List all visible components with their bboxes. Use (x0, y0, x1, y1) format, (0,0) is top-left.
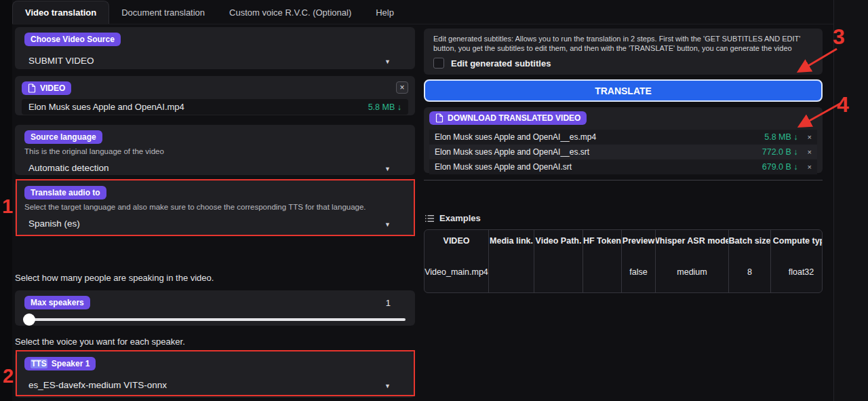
source-language-value: Automatic detection (28, 163, 109, 173)
annotation-number-3: 3 (833, 24, 845, 50)
chevron-down-icon (384, 54, 391, 66)
tab-custom-voice-rvc[interactable]: Custom voice R.V.C. (Optional) (217, 1, 363, 24)
target-language-value: Spanish (es) (28, 218, 80, 229)
max-speakers-slider[interactable] (24, 318, 406, 321)
right-page-gutter (833, 0, 868, 401)
tts-speaker-panel: TTS Speaker 1 es_ES-davefx-medium VITS-o… (15, 351, 415, 398)
download-file-size: 679.0 B (762, 162, 791, 172)
chevron-down-icon (384, 161, 391, 174)
voice-heading: Select the voice you want for each speak… (15, 337, 185, 347)
chevron-down-icon (384, 217, 391, 229)
download-file-name: Elon Musk sues Apple and OpenAI__es.srt (435, 147, 762, 157)
column-header: Batch size (729, 230, 771, 252)
column-header: Compute type (771, 230, 823, 252)
download-file-link[interactable]: 772.0 B (762, 147, 798, 157)
video-file-row: Elon Musk sues Apple and OpenAI.mp4 5.8 … (22, 99, 408, 115)
examples-table-header: VIDEO Media link. Video Path. HF Token P… (425, 230, 823, 252)
download-file-link[interactable]: 679.0 B (762, 162, 798, 172)
video-source-value: SUBMIT VIDEO (28, 56, 94, 66)
example-row[interactable]: Video_main.mp4 false medium 8 float32 (425, 252, 823, 292)
edit-subtitles-info-panel: Edit generated subtitles: Allows you to … (424, 28, 823, 75)
remove-file-icon[interactable] (808, 163, 812, 171)
section-divider (424, 180, 823, 180)
tab-help[interactable]: Help (363, 1, 406, 24)
table-cell: false (622, 252, 656, 292)
tts-speaker-badge: TTS Speaker 1 (24, 357, 96, 370)
column-header: Media link. (489, 230, 534, 252)
column-header: Preview (622, 230, 656, 252)
source-language-badge: Source language (24, 130, 102, 144)
column-header: Video Path. (534, 230, 583, 252)
table-cell: float32 (771, 252, 823, 292)
column-header: HF Token (583, 230, 622, 252)
target-language-dropdown[interactable]: Spanish (es) (24, 217, 406, 229)
download-file-size: 5.8 MB (764, 132, 791, 142)
table-cell: 8 (729, 252, 771, 292)
tts-voice-value: es_ES-davefx-medium VITS-onnx (28, 380, 167, 390)
download-file-size: 772.0 B (762, 147, 791, 157)
download-translated-video-badge: DOWNLOAD TRANSLATED VIDEO (429, 111, 587, 125)
speakers-heading: Select how many people are speaking in t… (15, 273, 214, 283)
translate-audio-to-panel: Translate audio to Select the target lan… (15, 180, 415, 235)
tab-document-translation[interactable]: Document translation (109, 1, 217, 24)
table-cell: medium (656, 252, 729, 292)
table-cell (534, 252, 583, 292)
table-cell: Video_main.mp4 (425, 252, 489, 292)
source-language-dropdown[interactable]: Automatic detection (24, 161, 406, 174)
source-language-panel: Source language This is the original lan… (15, 125, 415, 175)
download-file-name: Elon Musk sues Apple and OpenAI__es.mp4 (435, 132, 764, 142)
slider-handle[interactable] (23, 313, 35, 326)
source-language-caption: This is the original language of the vid… (24, 147, 406, 155)
examples-label: Examples (425, 213, 481, 223)
video-file-panel: VIDEO Elon Musk sues Apple and OpenAI.mp… (15, 76, 415, 115)
video-source-dropdown[interactable]: SUBMIT VIDEO (24, 54, 406, 66)
column-header: VIDEO (425, 230, 489, 252)
max-speakers-panel: Max speakers 1 (15, 290, 415, 326)
annotation-number-2: 2 (3, 365, 14, 387)
tab-bar: Video translation Document translation C… (12, 0, 833, 24)
download-icon (793, 147, 797, 157)
video-file-size: 5.8 MB (368, 102, 395, 112)
tts-voice-dropdown[interactable]: es_ES-davefx-medium VITS-onnx (24, 379, 406, 391)
edit-subtitles-checkbox[interactable] (433, 58, 444, 69)
download-badge-label: DOWNLOAD TRANSLATED VIDEO (448, 113, 580, 123)
examples-table: VIDEO Media link. Video Path. HF Token P… (424, 229, 823, 293)
file-icon (435, 113, 443, 123)
chevron-down-icon (384, 379, 391, 391)
translate-button[interactable]: TRANSLATE (424, 79, 823, 102)
video-badge: VIDEO (22, 81, 71, 95)
max-speakers-badge: Max speakers (24, 296, 90, 309)
download-icon (793, 162, 797, 172)
download-file-row: Elon Musk sues Apple and OpenAI.srt 679.… (429, 159, 817, 174)
table-cell (583, 252, 622, 292)
download-panel: DOWNLOAD TRANSLATED VIDEO Elon Musk sues… (424, 107, 823, 173)
close-icon[interactable] (396, 81, 408, 94)
tts-badge-highlighted-text: TTS (31, 359, 47, 368)
download-file-row: Elon Musk sues Apple and OpenAI__es.srt … (429, 145, 817, 159)
video-file-download-link[interactable]: 5.8 MB (368, 102, 401, 112)
download-icon (793, 132, 797, 142)
annotation-number-4: 4 (837, 92, 849, 117)
download-file-name: Elon Musk sues Apple and OpenAI.srt (435, 162, 762, 172)
table-cell (489, 252, 534, 292)
choose-video-source-badge: Choose Video Source (24, 33, 121, 46)
video-file-name: Elon Musk sues Apple and OpenAI.mp4 (28, 102, 184, 112)
choose-video-source-panel: Choose Video Source SUBMIT VIDEO (15, 27, 415, 69)
translate-audio-to-badge: Translate audio to (24, 186, 106, 199)
annotation-number-1: 1 (2, 195, 13, 218)
max-speakers-value: 1 (386, 298, 391, 308)
remove-file-icon[interactable] (808, 133, 812, 141)
column-header: Whisper ASR model (656, 230, 729, 252)
download-file-link[interactable]: 5.8 MB (764, 132, 797, 142)
translate-audio-to-caption: Select the target language and also make… (24, 203, 406, 211)
download-icon (397, 102, 401, 112)
examples-label-text: Examples (439, 213, 481, 223)
list-icon (425, 214, 435, 223)
video-badge-label: VIDEO (40, 83, 65, 93)
edit-subtitles-label: Edit generated subtitles (451, 58, 551, 69)
tab-video-translation[interactable]: Video translation (12, 1, 109, 24)
file-icon (28, 83, 36, 93)
remove-file-icon[interactable] (808, 148, 812, 156)
edit-subtitles-info-text: Edit generated subtitles: Allows you to … (433, 34, 813, 53)
download-file-row: Elon Musk sues Apple and OpenAI__es.mp4 … (429, 130, 817, 145)
